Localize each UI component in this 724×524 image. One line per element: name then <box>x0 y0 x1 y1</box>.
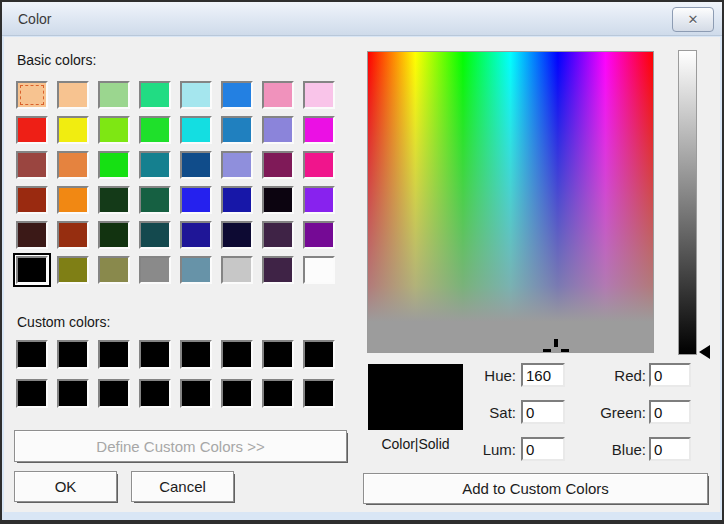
basic-colors-grid <box>16 81 335 284</box>
basic-color-swatch[interactable] <box>303 81 335 109</box>
basic-color-swatch[interactable] <box>16 81 48 109</box>
basic-color-swatch[interactable] <box>16 116 48 144</box>
lum-label: Lum: <box>462 441 516 458</box>
custom-color-swatch[interactable] <box>98 340 130 369</box>
basic-color-swatch[interactable] <box>57 151 89 179</box>
basic-color-swatch[interactable] <box>139 256 171 284</box>
basic-color-swatch[interactable] <box>303 151 335 179</box>
basic-color-swatch[interactable] <box>221 186 253 214</box>
basic-color-swatch[interactable] <box>221 221 253 249</box>
custom-color-swatch[interactable] <box>221 340 253 369</box>
blue-label: Blue: <box>584 441 646 458</box>
saturation-marker[interactable] <box>543 349 551 353</box>
custom-color-swatch[interactable] <box>303 340 335 369</box>
blue-input[interactable] <box>649 437 691 461</box>
cancel-button[interactable]: Cancel <box>131 471 234 502</box>
hue-input[interactable] <box>521 363 565 387</box>
basic-color-swatch[interactable] <box>262 186 294 214</box>
basic-color-swatch[interactable] <box>303 221 335 249</box>
window-title: Color <box>18 11 51 27</box>
basic-color-swatch[interactable] <box>98 116 130 144</box>
basic-colors-label: Basic colors: <box>17 52 96 68</box>
basic-color-swatch[interactable] <box>180 221 212 249</box>
hue-saturation-field[interactable] <box>367 51 654 353</box>
basic-color-swatch[interactable] <box>98 186 130 214</box>
basic-color-swatch[interactable] <box>221 256 253 284</box>
basic-color-swatch[interactable] <box>303 116 335 144</box>
basic-color-swatch[interactable] <box>139 221 171 249</box>
basic-color-swatch[interactable] <box>57 81 89 109</box>
basic-color-swatch[interactable] <box>57 256 89 284</box>
basic-color-swatch[interactable] <box>180 151 212 179</box>
basic-color-swatch[interactable] <box>98 81 130 109</box>
custom-colors-label: Custom colors: <box>17 314 110 330</box>
basic-color-swatch[interactable] <box>139 81 171 109</box>
basic-color-swatch[interactable] <box>262 81 294 109</box>
basic-color-swatch[interactable] <box>262 151 294 179</box>
basic-color-swatch[interactable] <box>221 116 253 144</box>
custom-color-swatch[interactable] <box>16 340 48 369</box>
red-label: Red: <box>584 367 646 384</box>
custom-color-swatch[interactable] <box>16 379 48 408</box>
hue-saturation-gradient <box>368 52 653 352</box>
luminance-bar[interactable] <box>678 50 697 355</box>
luminance-arrow-icon[interactable] <box>699 345 710 359</box>
basic-color-swatch[interactable] <box>262 116 294 144</box>
custom-color-swatch[interactable] <box>57 379 89 408</box>
basic-color-swatch[interactable] <box>262 256 294 284</box>
close-icon: ✕ <box>688 12 699 27</box>
sat-input[interactable] <box>521 400 565 424</box>
basic-color-swatch[interactable] <box>16 151 48 179</box>
hue-label: Hue: <box>462 367 516 384</box>
basic-color-swatch[interactable] <box>98 151 130 179</box>
basic-color-swatch[interactable] <box>139 151 171 179</box>
basic-color-swatch[interactable] <box>57 186 89 214</box>
add-to-custom-colors-button[interactable]: Add to Custom Colors <box>363 473 708 504</box>
basic-color-swatch[interactable] <box>16 221 48 249</box>
basic-color-swatch[interactable] <box>139 116 171 144</box>
custom-color-swatch[interactable] <box>262 340 294 369</box>
basic-color-swatch[interactable] <box>221 81 253 109</box>
ok-button[interactable]: OK <box>14 471 117 502</box>
basic-color-swatch[interactable] <box>262 221 294 249</box>
lum-input[interactable] <box>521 437 565 461</box>
title-bar[interactable]: Color <box>2 2 722 36</box>
basic-color-swatch[interactable] <box>180 116 212 144</box>
custom-color-swatch[interactable] <box>303 379 335 408</box>
custom-color-swatch[interactable] <box>139 340 171 369</box>
custom-color-swatch[interactable] <box>139 379 171 408</box>
saturation-marker[interactable] <box>554 339 558 347</box>
custom-color-swatch[interactable] <box>180 379 212 408</box>
color-preview-swatch <box>368 364 463 430</box>
custom-color-swatch[interactable] <box>180 340 212 369</box>
custom-color-swatch[interactable] <box>221 379 253 408</box>
red-input[interactable] <box>649 363 691 387</box>
basic-color-swatch[interactable] <box>57 221 89 249</box>
basic-color-swatch[interactable] <box>16 186 48 214</box>
color-dialog: Color ✕ Basic colors: Custom colors: Def… <box>0 0 724 524</box>
custom-colors-grid <box>16 340 335 408</box>
close-button[interactable]: ✕ <box>672 7 714 32</box>
define-custom-colors-button[interactable]: Define Custom Colors >> <box>14 430 347 462</box>
green-label: Green: <box>584 404 646 421</box>
basic-color-swatch[interactable] <box>180 186 212 214</box>
basic-color-swatch[interactable] <box>180 81 212 109</box>
basic-color-swatch[interactable] <box>57 116 89 144</box>
basic-color-swatch[interactable] <box>98 221 130 249</box>
basic-color-swatch[interactable] <box>98 256 130 284</box>
custom-color-swatch[interactable] <box>262 379 294 408</box>
color-solid-label: Color|Solid <box>358 436 473 452</box>
custom-color-swatch[interactable] <box>57 340 89 369</box>
green-input[interactable] <box>649 400 691 424</box>
basic-color-swatch[interactable] <box>16 256 48 284</box>
basic-color-swatch[interactable] <box>139 186 171 214</box>
saturation-marker[interactable] <box>561 349 569 353</box>
basic-color-swatch[interactable] <box>303 186 335 214</box>
basic-color-swatch[interactable] <box>303 256 335 284</box>
basic-color-swatch[interactable] <box>180 256 212 284</box>
custom-color-swatch[interactable] <box>98 379 130 408</box>
basic-color-swatch[interactable] <box>221 151 253 179</box>
sat-label: Sat: <box>462 404 516 421</box>
